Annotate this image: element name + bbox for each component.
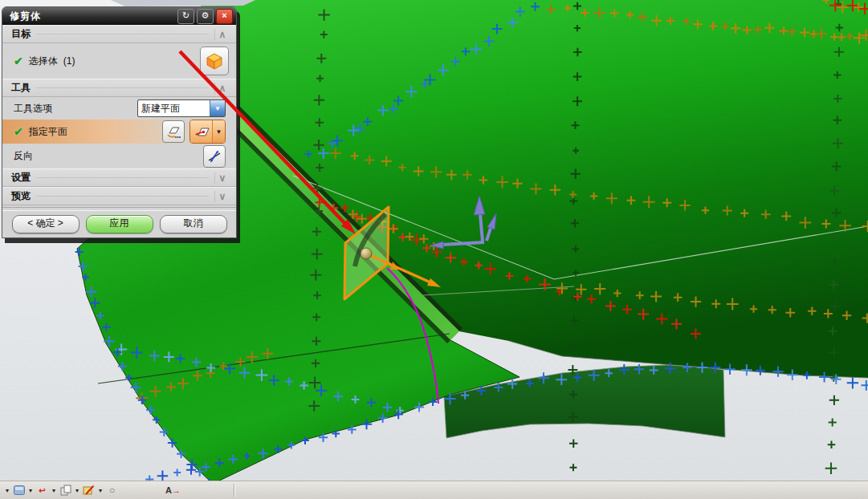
app-window: 修剪体 ↻ ⚙ × 目标 ∧ ✔ 选择体 (1) 工具 (0, 0, 868, 499)
target-header-label: 目标 (11, 27, 31, 41)
origin-sphere-handle[interactable] (361, 248, 372, 259)
dialog-button-row: < 确定 > 应用 取消 (2, 211, 236, 237)
chevron-down-icon[interactable]: ∨ (214, 191, 230, 202)
select-body-count: (1) (63, 55, 75, 67)
caret-down-icon[interactable]: ▾ (99, 487, 102, 494)
caret-down-icon[interactable]: ▾ (75, 487, 79, 494)
section-header-preview[interactable]: 预览 ∨ (2, 187, 236, 205)
ok-button[interactable]: < 确定 > (12, 215, 79, 233)
reverse-direction-row: 反向 (2, 144, 236, 168)
plane-point-icon (194, 124, 210, 140)
apply-button[interactable]: 应用 (86, 215, 153, 233)
caret-down-icon[interactable]: ▾ (6, 487, 9, 494)
header-grip (36, 196, 209, 197)
red-arrow-icon: → (172, 485, 181, 495)
inferred-plane-button[interactable] (190, 120, 212, 143)
view-tool-icon[interactable] (12, 485, 26, 497)
undo-tool-icon[interactable]: ↩ (35, 485, 49, 497)
caret-down-icon[interactable]: ▾ (52, 487, 55, 494)
caret-down-icon[interactable]: ▾ (29, 487, 32, 494)
select-body-row[interactable]: ✔ 选择体 (1) (2, 43, 236, 79)
specify-plane-row[interactable]: ✔ 指定平面 ▼ (2, 120, 236, 144)
header-grip (36, 87, 209, 88)
specify-plane-label: 指定平面 (29, 125, 67, 139)
cube-icon (205, 51, 224, 71)
tool-option-dropdown[interactable]: 新建平面 ▼ (137, 99, 226, 117)
check-icon: ✔ (14, 55, 23, 67)
reverse-direction-icon (206, 148, 222, 164)
plane-dialog-icon (165, 124, 181, 140)
plane-options-dropdown[interactable]: ▼ (212, 120, 225, 143)
toolbar-separator (234, 484, 234, 497)
dialog-title: 修剪体 (10, 10, 175, 23)
bottom-toolbar: ▾ ▾ ↩ ▾ ▾ ▾ ○ A → (0, 481, 868, 499)
preview-header-label: 预览 (11, 189, 31, 203)
chevron-up-icon[interactable]: ∧ (214, 29, 230, 40)
close-icon[interactable]: × (216, 9, 233, 24)
section-header-settings[interactable]: 设置 ∨ (2, 168, 236, 187)
tool-option-value: 新建平面 (138, 100, 210, 116)
reset-icon[interactable]: ↻ (177, 9, 194, 24)
plane-dialog-button[interactable] (162, 120, 185, 143)
check-icon: ✔ (14, 125, 23, 138)
header-grip (36, 34, 209, 34)
edit-tool-icon[interactable] (82, 485, 96, 497)
annotation-tool-icon[interactable]: A → (166, 485, 180, 497)
select-body-label: 选择体 (29, 55, 58, 68)
chevron-up-icon[interactable]: ∧ (214, 83, 230, 94)
trim-body-dialog: 修剪体 ↻ ⚙ × 目标 ∧ ✔ 选择体 (1) 工具 (2, 6, 237, 238)
tool-header-label: 工具 (11, 81, 31, 95)
annotation-tool-label: A (165, 485, 172, 495)
section-header-tool[interactable]: 工具 ∧ (2, 79, 236, 97)
dialog-titlebar[interactable]: 修剪体 ↻ ⚙ × (2, 7, 236, 25)
inferred-plane-button-group[interactable]: ▼ (189, 120, 226, 144)
reverse-label: 反向 (14, 149, 33, 163)
reverse-direction-button[interactable] (203, 145, 226, 168)
background-sliver (111, 0, 255, 6)
copy-tool-icon[interactable] (59, 485, 72, 497)
tool-option-row: 工具选项 新建平面 ▼ (2, 97, 236, 120)
select-body-button[interactable] (200, 47, 229, 75)
tool-option-label: 工具选项 (14, 102, 52, 116)
header-grip (36, 177, 209, 178)
circle-tool-icon[interactable]: ○ (105, 485, 119, 497)
section-header-target[interactable]: 目标 ∧ (2, 25, 236, 43)
cancel-button[interactable]: 取消 (160, 215, 227, 233)
dropdown-arrow-icon[interactable]: ▼ (210, 100, 225, 116)
gear-icon[interactable]: ⚙ (197, 9, 214, 24)
chevron-down-icon[interactable]: ∨ (214, 172, 230, 184)
settings-header-label: 设置 (11, 171, 31, 185)
